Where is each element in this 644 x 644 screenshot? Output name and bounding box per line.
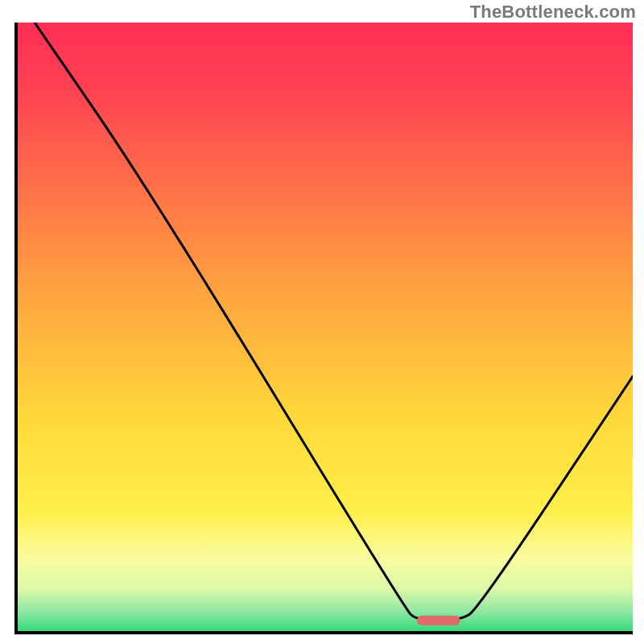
chart-stage: { "watermark": "TheBottleneck.com", "cha… <box>0 0 644 644</box>
optimal-range-marker <box>417 616 460 625</box>
watermark-text: TheBottleneck.com <box>470 2 636 23</box>
bottleneck-chart <box>0 0 644 644</box>
gradient-background <box>16 23 633 633</box>
